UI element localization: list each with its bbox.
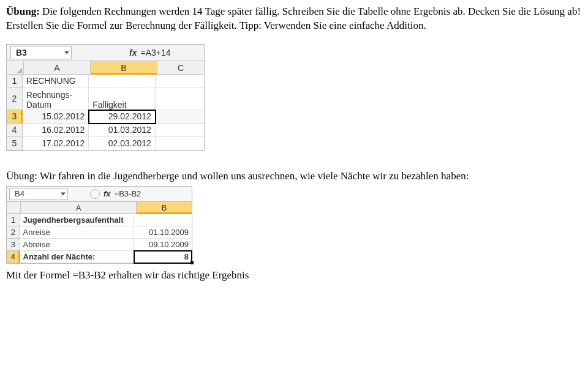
cell-A3[interactable]: 15.02.2012 <box>23 110 89 124</box>
formula-bar-row: B3 fx =A3+14 <box>7 45 204 61</box>
cell-A3[interactable]: Abreise <box>20 239 134 251</box>
table-row: 5 17.02.2012 02.03.2012 <box>7 137 204 151</box>
cell-A1[interactable]: RECHNUNG <box>23 75 89 88</box>
cell-B1[interactable] <box>89 75 156 88</box>
table-row: 2 Rechnungs- Datum Falligkeit <box>7 88 204 110</box>
dropdown-icon[interactable] <box>64 51 69 54</box>
exercise-1-text: Übung: Die folgenden Rechnungen werden 1… <box>6 5 582 33</box>
table-row: 4 Anzahl der Nächte: 8 <box>7 251 192 263</box>
row-header-3[interactable]: 3 <box>7 239 20 251</box>
select-all-corner[interactable] <box>7 61 24 75</box>
col-header-B[interactable]: B <box>137 202 192 214</box>
exercise-2-text: Übung: Wir fahren in die Jugendherberge … <box>6 170 582 184</box>
table-row: 4 16.02.2012 01.03.2012 <box>7 124 204 137</box>
col-header-B[interactable]: B <box>91 61 157 75</box>
fx-icon[interactable]: fx <box>129 48 137 58</box>
table-row: 3 15.02.2012 29.02.2012 <box>7 110 204 124</box>
cell-A2[interactable]: Rechnungs- Datum <box>23 88 89 110</box>
formula-bar-row: B4 fx =B3-B2 <box>7 187 192 202</box>
name-box[interactable]: B4 <box>9 188 68 200</box>
cell-B4[interactable]: 8 <box>134 251 192 263</box>
result-text: Mit der Formel =B3-B2 erhalten wir das r… <box>6 269 582 283</box>
cell-C1[interactable] <box>156 75 204 88</box>
row-header-4[interactable]: 4 <box>7 251 20 263</box>
col-header-A[interactable]: A <box>21 202 137 214</box>
cell-B2[interactable]: Falligkeit <box>89 88 156 110</box>
select-all-corner[interactable] <box>7 202 21 214</box>
cell-A2[interactable]: Anreise <box>20 226 134 239</box>
name-box-value: B3 <box>16 48 27 58</box>
cell-B5[interactable]: 02.03.2012 <box>89 137 156 151</box>
cell-B3[interactable]: 29.02.2012 <box>89 110 156 124</box>
cell-C2[interactable] <box>156 88 204 110</box>
cell-A1[interactable]: Jugendherbergsaufenthalt <box>20 214 134 226</box>
column-headers: A B C <box>7 61 204 75</box>
row-header-2[interactable]: 2 <box>7 88 23 110</box>
cell-B2[interactable]: 01.10.2009 <box>134 226 192 239</box>
row-header-1[interactable]: 1 <box>7 75 23 88</box>
cell-C4[interactable] <box>156 124 204 137</box>
cell-C3[interactable] <box>156 110 204 124</box>
formula-bar-value[interactable]: =A3+14 <box>140 48 170 58</box>
circle-icon <box>90 189 100 199</box>
table-row: 1 Jugendherbergsaufenthalt <box>7 214 192 226</box>
name-box[interactable]: B3 <box>10 46 72 59</box>
table-row: 1 RECHNUNG <box>7 75 204 88</box>
cell-A5[interactable]: 17.02.2012 <box>23 137 89 151</box>
fx-icon[interactable]: fx <box>104 189 111 198</box>
table-row: 2 Anreise 01.10.2009 <box>7 226 192 239</box>
cell-B1[interactable] <box>134 214 192 226</box>
dropdown-icon[interactable] <box>61 192 66 195</box>
exercise-1-body: Die folgenden Rechnungen werden 14 Tage … <box>6 6 581 31</box>
row-header-4[interactable]: 4 <box>7 124 23 137</box>
col-header-A[interactable]: A <box>24 61 91 75</box>
row-header-5[interactable]: 5 <box>7 137 23 151</box>
column-headers: A B <box>7 202 192 214</box>
row-header-2[interactable]: 2 <box>7 226 20 239</box>
cell-C5[interactable] <box>156 137 204 151</box>
row-header-1[interactable]: 1 <box>7 214 20 226</box>
row-header-3[interactable]: 3 <box>7 110 23 124</box>
spreadsheet-1: B3 fx =A3+14 A B C 1 RECHNUNG 2 Rechnung… <box>6 44 205 151</box>
spreadsheet-2: B4 fx =B3-B2 A B 1 Jugendherbergsaufenth… <box>6 186 192 264</box>
table-row: 3 Abreise 09.10.2009 <box>7 239 192 251</box>
cell-B3[interactable]: 09.10.2009 <box>134 239 192 251</box>
cell-A4[interactable]: Anzahl der Nächte: <box>20 251 134 263</box>
name-box-value: B4 <box>15 189 24 198</box>
col-header-C[interactable]: C <box>157 61 204 75</box>
cell-A4[interactable]: 16.02.2012 <box>23 124 89 137</box>
cell-B4[interactable]: 01.03.2012 <box>89 124 156 137</box>
formula-bar-value[interactable]: =B3-B2 <box>115 189 141 198</box>
exercise-1-lead: Übung: <box>6 6 40 17</box>
